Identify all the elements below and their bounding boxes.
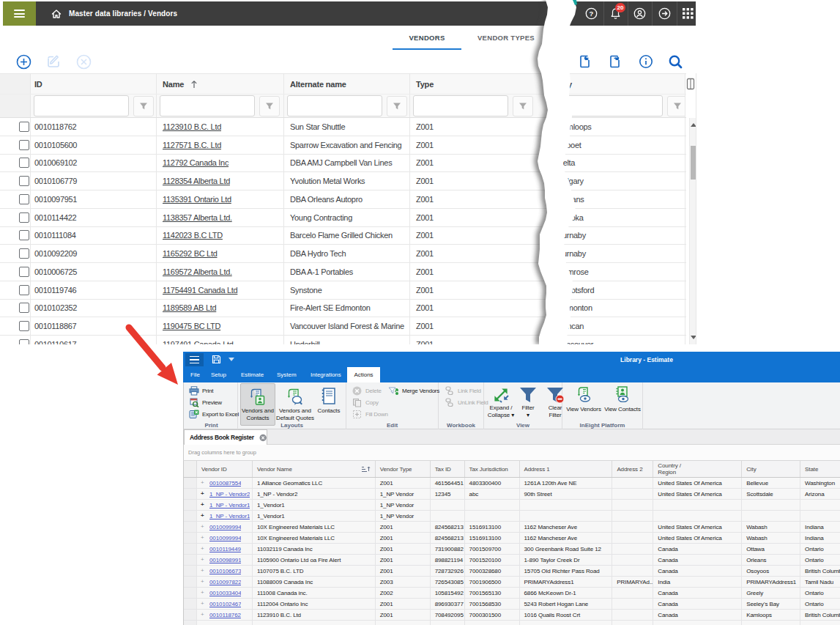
filter-button-type[interactable] — [513, 96, 533, 117]
logout-button[interactable] — [653, 1, 677, 26]
expand-row-icon[interactable]: + — [201, 612, 207, 618]
expand-row-icon[interactable]: + — [201, 491, 207, 497]
row-checkbox[interactable] — [19, 303, 29, 313]
row-checkbox[interactable] — [19, 339, 29, 344]
grid-header-vendor-type[interactable]: Vendor Type — [376, 461, 431, 477]
vendor-name-link[interactable]: 1123910 B.C. Ltd — [163, 122, 221, 131]
close-icon[interactable] — [259, 434, 267, 442]
grid-header-vendor-name[interactable]: Vendor Name — [253, 461, 376, 477]
account-button[interactable] — [628, 1, 652, 26]
unlink-field-button[interactable]: UnLink Field — [444, 397, 488, 407]
row-checkbox[interactable] — [19, 176, 29, 186]
filter-input-alternate-name[interactable] — [287, 95, 382, 117]
grid-header-city[interactable]: City — [742, 461, 800, 477]
vendor-name-link[interactable]: 1127571 B.C. Ltd — [163, 141, 221, 149]
expand-row-icon[interactable]: + — [201, 590, 207, 596]
vendor-id-link[interactable]: 0010106673 — [209, 568, 242, 574]
tab-address-book-register[interactable]: Address Book Register — [184, 429, 267, 445]
vendor-id-link[interactable]: 1_NP - Vendor2 — [209, 491, 250, 498]
expand-row-icon[interactable]: + — [201, 601, 207, 607]
filter-input-id[interactable] — [34, 95, 129, 117]
help-button[interactable]: ? — [579, 1, 603, 26]
menu-tab-integrations[interactable]: Integrations — [311, 367, 341, 382]
column-header-city[interactable]: City — [551, 74, 685, 94]
vendor-id-link[interactable]: 0010087554 — [209, 480, 242, 487]
grid-header-vendor-id[interactable]: Vendor ID — [197, 461, 253, 477]
expand-row-icon[interactable]: + — [201, 579, 207, 585]
tab-vendors[interactable]: VENDORS — [393, 26, 461, 50]
vendor-id-link[interactable]: 0010098991 — [209, 557, 242, 563]
grid-header-country-region[interactable]: Country / Region — [653, 461, 742, 477]
column-header-name[interactable]: Name — [157, 74, 284, 94]
menu-tab-setup[interactable]: Setup — [211, 367, 226, 382]
grid-header-tax-id[interactable]: Tax ID — [431, 461, 465, 477]
import-button[interactable] — [577, 53, 593, 70]
filter-button[interactable]: Filter ▾ — [516, 383, 540, 426]
expand-row-icon[interactable]: + — [201, 524, 207, 530]
vendor-name-link[interactable]: 11754491 Canada Ltd — [163, 286, 237, 295]
row-checkbox[interactable] — [19, 321, 29, 331]
row-checkbox[interactable] — [19, 194, 29, 204]
info-button[interactable] — [638, 53, 654, 70]
merge-vendors-button[interactable]: Merge Vendors — [388, 385, 439, 396]
filter-input-city[interactable] — [554, 95, 663, 117]
filter-button-id[interactable] — [133, 96, 154, 117]
grid-header-tax-jurisdiction[interactable]: Tax Jurisdiction — [465, 461, 520, 477]
expand-row-icon[interactable]: + — [201, 535, 207, 541]
vendor-id-link[interactable]: 0010119449 — [209, 546, 241, 552]
expand-row-icon[interactable]: + — [201, 557, 207, 563]
expand-collapse-button[interactable]: Expand / Collapse ▾ — [488, 383, 514, 426]
layout-vendors-contacts-button[interactable]: Vendors and Contacts — [240, 383, 275, 426]
vendor-name-link[interactable]: 1197491 Canada Ltd — [163, 340, 234, 344]
preview-button[interactable]: Preview — [188, 397, 222, 407]
vendor-name-link[interactable]: 1165292 BC Ltd — [163, 249, 218, 258]
column-header-id[interactable]: ID — [31, 74, 157, 94]
vendor-name-link[interactable]: 1142023 B.C LTD — [163, 231, 223, 240]
expand-row-icon[interactable]: + — [201, 513, 207, 519]
menu-tab-actions[interactable]: Actions — [347, 367, 380, 382]
vendor-name-link[interactable]: 1189589 AB Ltd — [163, 303, 216, 312]
row-checkbox[interactable] — [19, 212, 29, 223]
copy-button[interactable]: Copy — [352, 397, 379, 407]
vendor-name-link[interactable]: 1169572 Alberta Ltd. — [163, 267, 232, 276]
menu-tab-system[interactable]: System — [277, 367, 297, 382]
delete-button[interactable]: Delete — [352, 385, 382, 396]
vendor-name-link[interactable]: 1128354 Alberta Ltd — [163, 177, 230, 185]
estimate-titlebar[interactable]: Library - Estimate — [183, 352, 840, 367]
link-field-button[interactable]: Link Field — [444, 385, 481, 396]
vendor-id-link[interactable]: 0010097822 — [209, 579, 242, 585]
search-button[interactable] — [667, 53, 683, 70]
vendor-id-link[interactable]: 1_NP - Vendor1 — [209, 513, 250, 519]
home-button[interactable] — [44, 1, 68, 26]
vendor-id-link[interactable]: 0010118762 — [209, 612, 241, 618]
row-checkbox[interactable] — [19, 267, 29, 277]
vendor-id-link[interactable]: 0010102467 — [209, 601, 242, 607]
vendor-id-link[interactable]: 0010033404 — [209, 590, 242, 596]
vendor-name-link[interactable]: 1190475 BC LTD — [163, 322, 220, 330]
dropdown-caret-icon[interactable] — [228, 358, 234, 361]
row-checkbox[interactable] — [19, 140, 29, 150]
filter-button-alternate-name[interactable] — [387, 96, 407, 117]
column-header-alternate-name[interactable]: Alternate name — [284, 74, 410, 94]
delete-vendor-button[interactable] — [75, 53, 92, 70]
expand-row-icon[interactable]: + — [201, 568, 207, 574]
vendor-id-link[interactable]: 0010099994 — [209, 524, 242, 530]
app-menu-button[interactable] — [185, 353, 204, 366]
expand-row-icon[interactable]: + — [201, 480, 207, 486]
expand-row-icon[interactable]: + — [201, 546, 207, 552]
vendor-name-link[interactable]: 1138357 Alberta Ltd. — [163, 213, 232, 222]
column-header-type[interactable]: Type — [410, 74, 551, 94]
layout-contacts-button[interactable]: Contacts — [315, 383, 343, 426]
row-checkbox[interactable] — [19, 122, 29, 132]
notifications-button[interactable]: 20 — [603, 1, 628, 26]
export-to-excel-button[interactable]: Export to Excel — [188, 409, 239, 419]
export-button[interactable] — [607, 53, 623, 70]
fill-down-button[interactable]: Fill Down — [352, 409, 388, 419]
filter-button-name[interactable] — [259, 96, 280, 117]
group-by-hint-bar[interactable]: Drag columns here to group — [183, 445, 840, 461]
grid-header-address-1[interactable]: Address 1 — [520, 461, 613, 477]
grid-header-state[interactable]: State — [800, 461, 840, 477]
expand-row-icon[interactable]: + — [201, 502, 207, 508]
layout-vendors-default-quotes-button[interactable]: Vendors and Default Quotes — [275, 383, 315, 426]
print-button[interactable]: Print — [188, 385, 213, 396]
